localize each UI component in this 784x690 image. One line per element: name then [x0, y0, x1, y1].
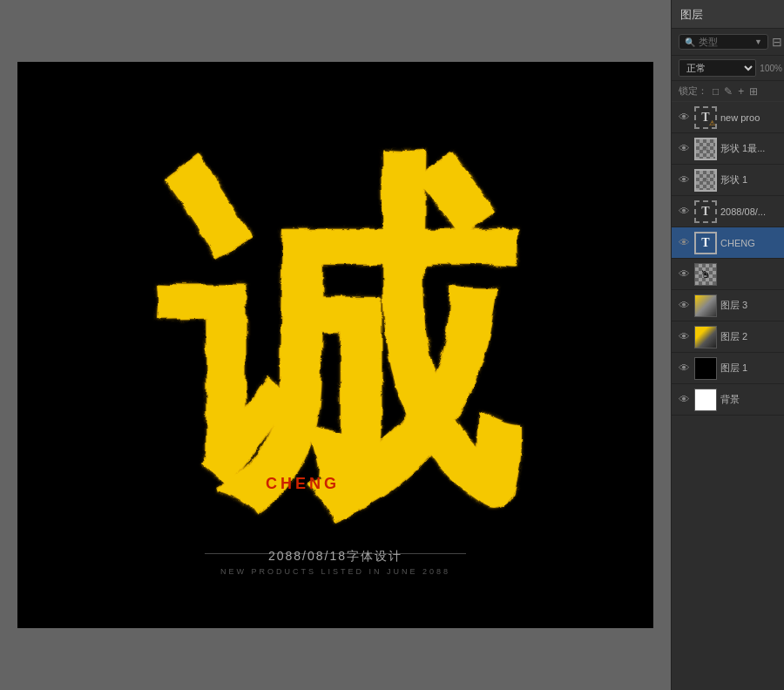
layer-visibility-icon[interactable]: 👁 [677, 393, 691, 406]
cheng-label: CHENG [266, 475, 340, 493]
dropdown-icon: ▼ [754, 37, 762, 46]
lock-position-icon[interactable]: + [738, 85, 744, 98]
layer-thumbnail: ▭ [694, 169, 717, 192]
lock-all-icon[interactable]: ⊞ [749, 85, 758, 98]
layers-panel: 图层 🔍 ▼ ⊟ 正常 100% 锁定： □ ✎ + ⊞ 👁 T ⚠ new p… [671, 0, 784, 690]
layer-item[interactable]: 👁 图层 1 [672, 353, 784, 384]
layer-item[interactable]: 👁 图层 3 [672, 290, 784, 321]
layer-thumbnail [694, 357, 717, 380]
search-input[interactable] [699, 37, 751, 47]
artwork-canvas: 诚 CHENG 2088/08/18字体设计 NEW PRODUCTS LIST… [17, 62, 653, 628]
layer-name: 形状 1最... [720, 142, 784, 155]
layer-thumbnail [694, 326, 717, 348]
layer-item[interactable]: 👁 🖱 [672, 259, 784, 290]
layer-name: 图层 1 [720, 362, 784, 375]
layer-item[interactable]: 👁 T ⚠ new proo [672, 102, 784, 133]
layer-name: 背景 [720, 393, 784, 406]
layer-name: 图层 2 [720, 330, 784, 343]
lock-label: 锁定： [679, 85, 707, 98]
lock-transparent-icon[interactable]: □ [713, 85, 719, 98]
layer-visibility-icon[interactable]: 👁 [677, 142, 691, 155]
layer-name: new proo [720, 112, 784, 123]
layer-visibility-icon[interactable]: 👁 [677, 205, 691, 218]
canvas-area: 诚 CHENG 2088/08/18字体设计 NEW PRODUCTS LIST… [0, 0, 671, 690]
layer-thumbnail [694, 294, 717, 317]
blend-mode-select[interactable]: 正常 [679, 59, 756, 77]
layer-thumbnail: ▭ [694, 138, 717, 160]
layer-item-background[interactable]: 👁 背景 [672, 384, 784, 416]
layer-item[interactable]: 👁 图层 2 [672, 321, 784, 353]
date-text: 2088/08/18字体设计 [220, 549, 450, 565]
blend-mode-row: 正常 100% [672, 56, 784, 81]
search-box[interactable]: 🔍 ▼ [679, 34, 768, 50]
layer-thumbnail: T ⚠ [694, 106, 717, 129]
sub-text: NEW PRODUCTS LISTED IN JUNE 2088 [220, 567, 450, 576]
panel-toolbar: 🔍 ▼ ⊟ [672, 29, 784, 56]
layer-item[interactable]: 👁 T 2088/08/... [672, 196, 784, 227]
layer-item[interactable]: 👁 ▭ 形状 1 [672, 165, 784, 196]
layer-visibility-icon[interactable]: 👁 [677, 362, 691, 375]
layer-thumbnail: T [694, 232, 717, 254]
search-icon: 🔍 [685, 37, 695, 47]
layer-visibility-icon[interactable]: 👁 [677, 236, 691, 249]
layer-item-cheng[interactable]: 👁 T CHENG [672, 227, 784, 259]
layer-name: CHENG [720, 238, 784, 248]
layer-visibility-icon[interactable]: 👁 [677, 267, 691, 281]
lock-row: 锁定： □ ✎ + ⊞ [672, 81, 784, 102]
filter-icon[interactable]: ⊟ [772, 35, 782, 49]
opacity-label: 100% [760, 64, 782, 73]
layer-thumbnail [694, 389, 717, 411]
layer-visibility-icon[interactable]: 👁 [677, 299, 691, 312]
chinese-character: 诚 [157, 162, 514, 528]
layer-visibility-icon[interactable]: 👁 [677, 173, 691, 186]
panel-title: 图层 [672, 0, 784, 29]
layer-name: 形状 1 [720, 173, 784, 186]
layer-name: 2088/08/... [720, 206, 784, 217]
layer-thumbnail: 🖱 [694, 263, 717, 286]
layer-visibility-icon[interactable]: 👁 [677, 330, 691, 343]
lock-image-icon[interactable]: ✎ [724, 85, 733, 98]
layer-visibility-icon[interactable]: 👁 [677, 111, 691, 124]
bottom-text-block: 2088/08/18字体设计 NEW PRODUCTS LISTED IN JU… [220, 549, 450, 576]
layer-name: 图层 3 [720, 299, 784, 312]
layer-thumbnail: T [694, 200, 717, 223]
layer-item[interactable]: 👁 ▭ 形状 1最... [672, 133, 784, 165]
